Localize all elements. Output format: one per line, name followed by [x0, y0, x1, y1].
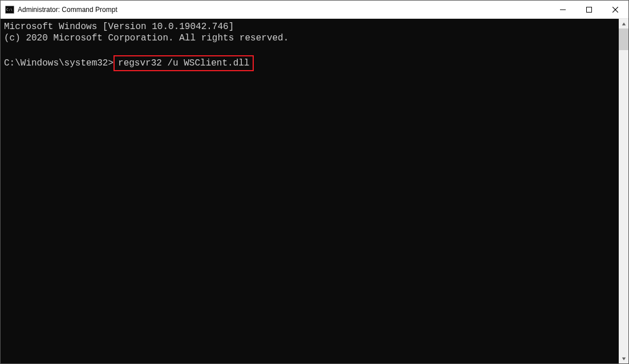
scroll-up-button[interactable] [619, 19, 628, 28]
scroll-thumb[interactable] [619, 28, 628, 50]
version-line: Microsoft Windows [Version 10.0.19042.74… [4, 22, 234, 32]
svg-marker-5 [622, 357, 625, 360]
cmd-icon [5, 6, 14, 14]
svg-marker-4 [622, 22, 625, 25]
command-prompt-window: Administrator: Command Prompt Microsoft … [0, 0, 629, 364]
prompt-text: C:\Windows\system32> [4, 58, 113, 68]
minimize-button[interactable] [550, 1, 576, 18]
svg-rect-1 [587, 7, 592, 12]
console-output[interactable]: Microsoft Windows [Version 10.0.19042.74… [1, 19, 619, 363]
maximize-button[interactable] [576, 1, 602, 18]
entered-command: regsvr32 /u WSClient.dll [113, 55, 254, 71]
titlebar[interactable]: Administrator: Command Prompt [1, 1, 628, 19]
vertical-scrollbar[interactable] [619, 19, 628, 363]
scroll-track[interactable] [619, 28, 628, 354]
copyright-line: (c) 2020 Microsoft Corporation. All righ… [4, 33, 289, 43]
window-controls [550, 1, 628, 18]
scroll-down-button[interactable] [619, 354, 628, 363]
close-button[interactable] [602, 1, 628, 18]
titlebar-left: Administrator: Command Prompt [5, 6, 117, 14]
console-area: Microsoft Windows [Version 10.0.19042.74… [1, 19, 628, 363]
window-title: Administrator: Command Prompt [18, 6, 117, 14]
